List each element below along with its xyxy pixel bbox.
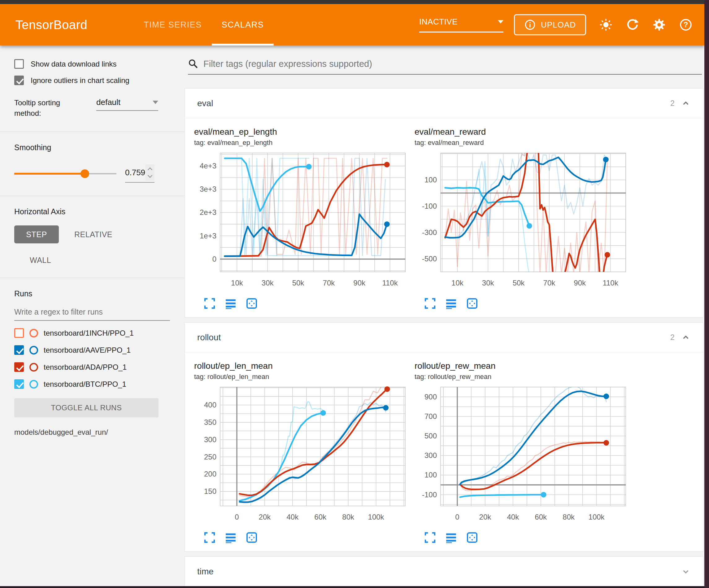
runs-filter-input[interactable]: Write a regex to filter runs: [14, 307, 170, 321]
checkbox-label: Ignore outliers in chart scaling: [31, 76, 129, 85]
upload-button[interactable]: UPLOAD: [514, 14, 586, 35]
chart-canvas[interactable]: 10k30k50k70k90k110k100-100-300-500: [412, 149, 629, 294]
brightness-icon[interactable]: [599, 18, 613, 32]
stepper-down-icon[interactable]: [148, 173, 153, 178]
filter-tags-input[interactable]: Filter tags (regular expressions support…: [188, 58, 702, 75]
fit-data-icon[interactable]: [466, 531, 478, 544]
run-row-ada[interactable]: tensorboard/ADA/PPO_1: [14, 362, 184, 372]
filter-tags-placeholder: Filter tags (regular expressions support…: [203, 59, 372, 69]
chart-toolbar: [203, 531, 412, 544]
svg-text:100k: 100k: [588, 513, 605, 521]
fit-data-icon[interactable]: [466, 297, 478, 310]
run-checkbox[interactable]: [14, 362, 24, 372]
data-table-icon[interactable]: [445, 297, 457, 310]
run-label: tensorboard/AAVE/PPO_1: [44, 346, 131, 355]
run-row-btc[interactable]: tensorboard/BTC/PPO_1: [14, 379, 184, 389]
run-label: tensorboard/1INCH/PPO_1: [44, 329, 134, 337]
chart-canvas[interactable]: 020k40k60k80k100k-100100300500700900: [412, 383, 629, 528]
data-table-icon[interactable]: [225, 297, 237, 310]
svg-text:60k: 60k: [314, 513, 326, 521]
svg-text:30k: 30k: [482, 279, 494, 287]
fit-data-icon[interactable]: [245, 531, 258, 544]
axis-step-button[interactable]: STEP: [14, 225, 59, 244]
maximize-icon[interactable]: [203, 297, 216, 310]
runs-heading: Runs: [14, 289, 184, 298]
smoothing-row: 0.759: [14, 164, 184, 183]
runs-directory-path: models/debugged_eval_run/: [14, 428, 184, 437]
svg-text:70k: 70k: [543, 279, 556, 287]
run-checkbox[interactable]: [14, 379, 24, 389]
section-header-rollout[interactable]: rollout 2: [185, 323, 703, 352]
svg-text:200: 200: [204, 470, 216, 478]
chart-rollout-ep-rew-mean: rollout/ep_rew_mean tag: rollout/ep_rew_…: [412, 361, 632, 547]
run-checkbox[interactable]: [14, 328, 24, 338]
sidebar-divider: [0, 196, 184, 196]
tab-scalars[interactable]: SCALARS: [212, 4, 274, 46]
help-icon[interactable]: ?: [679, 18, 692, 32]
refresh-icon[interactable]: [626, 18, 639, 32]
run-label: tensorboard/BTC/PPO_1: [44, 380, 126, 389]
maximize-icon[interactable]: [203, 531, 216, 544]
header-tabs: TIME SERIES SCALARS: [134, 4, 274, 46]
status-dropdown-value: INACTIVE: [419, 17, 457, 27]
run-row-1inch[interactable]: tensorboard/1INCH/PPO_1: [14, 328, 184, 338]
svg-text:100: 100: [424, 176, 437, 184]
run-row-aave[interactable]: tensorboard/AAVE/PPO_1: [14, 345, 184, 355]
section-count: 2: [670, 333, 675, 342]
data-table-icon[interactable]: [445, 531, 457, 544]
smoothing-slider[interactable]: [14, 169, 116, 178]
svg-text:0: 0: [212, 255, 216, 263]
sidebar-divider: [0, 278, 184, 278]
dashboard-content: Filter tags (regular expressions support…: [184, 46, 704, 586]
chart-eval-mean-ep-length: eval/mean_ep_length tag: eval/mean_ep_le…: [192, 127, 412, 313]
svg-text:-100: -100: [422, 490, 437, 499]
tab-time-series[interactable]: TIME SERIES: [134, 4, 212, 46]
horizontal-axis-options-row2: WALL: [30, 256, 184, 265]
svg-text:400: 400: [204, 401, 216, 409]
chevron-down-icon[interactable]: [681, 567, 691, 577]
tooltip-sorting-row: Tooltip sorting method: default: [14, 98, 184, 119]
section-header-eval[interactable]: eval 2: [185, 88, 703, 118]
status-dropdown[interactable]: INACTIVE: [419, 17, 503, 32]
chart-canvas[interactable]: 10k30k50k70k90k110k01e+32e+33e+34e+3: [192, 149, 409, 294]
chevron-up-icon[interactable]: [681, 99, 691, 108]
svg-text:100k: 100k: [368, 513, 385, 521]
chevron-up-icon[interactable]: [681, 333, 691, 342]
section-header-time[interactable]: time: [185, 557, 703, 586]
settings-gear-icon[interactable]: [652, 18, 666, 32]
svg-text:4e+3: 4e+3: [200, 162, 216, 170]
svg-text:-100: -100: [422, 202, 437, 210]
run-color-circle: [29, 363, 38, 372]
data-table-icon[interactable]: [225, 531, 237, 544]
tooltip-sorting-select[interactable]: default: [96, 98, 158, 111]
maximize-icon[interactable]: [424, 297, 436, 310]
toggle-all-runs-button[interactable]: TOGGLE ALL RUNS: [14, 398, 159, 417]
svg-text:900: 900: [424, 393, 437, 401]
axis-relative-button[interactable]: RELATIVE: [74, 230, 112, 239]
section-card-eval: eval 2 eval/mean_ep_length tag: eval/mea…: [185, 88, 703, 317]
ignore-outliers-row[interactable]: Ignore outliers in chart scaling: [14, 76, 184, 85]
smoothing-value: 0.759: [125, 168, 146, 177]
svg-text:40k: 40k: [507, 513, 519, 521]
chart-canvas[interactable]: 020k40k60k80k100k150200250300350400: [192, 383, 409, 528]
show-download-links-row[interactable]: Show data download links: [14, 59, 184, 69]
chevron-down-icon: [153, 101, 158, 104]
number-stepper[interactable]: [146, 164, 155, 181]
slider-thumb[interactable]: [80, 169, 89, 178]
stepper-up-icon[interactable]: [148, 168, 153, 173]
svg-text:2e+3: 2e+3: [200, 208, 216, 216]
smoothing-value-field[interactable]: 0.759: [125, 164, 155, 183]
chevron-down-icon: [498, 20, 503, 24]
run-checkbox[interactable]: [14, 345, 24, 355]
ignore-outliers-checkbox[interactable]: [14, 76, 24, 85]
show-download-links-checkbox[interactable]: [14, 59, 24, 69]
svg-text:10k: 10k: [231, 279, 243, 287]
settings-sidebar: Show data download links Ignore outliers…: [0, 46, 184, 586]
maximize-icon[interactable]: [424, 531, 436, 544]
svg-text:250: 250: [204, 453, 216, 461]
fit-data-icon[interactable]: [245, 297, 258, 310]
chart-title: rollout/ep_len_mean: [194, 361, 412, 371]
chart-tag: tag: rollout/ep_rew_mean: [415, 373, 632, 381]
horizontal-axis-options: STEP RELATIVE: [14, 225, 184, 244]
axis-wall-button[interactable]: WALL: [30, 256, 51, 264]
